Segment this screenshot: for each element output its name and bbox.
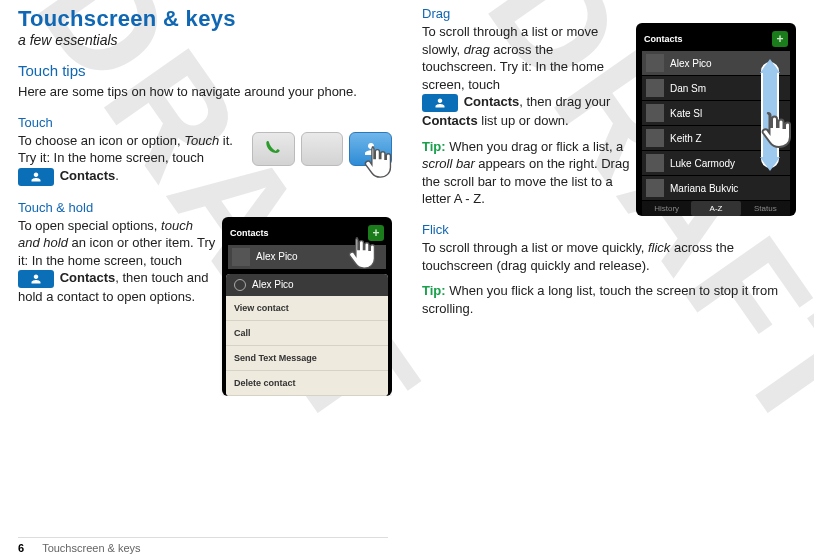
- text-bold: Contacts: [464, 94, 520, 109]
- popup-item[interactable]: View contact: [226, 296, 388, 321]
- popup-item[interactable]: Delete contact: [226, 371, 388, 396]
- avatar: [646, 129, 664, 147]
- heading-touch: Touch: [18, 115, 392, 130]
- text: To open special options,: [18, 218, 161, 233]
- contact-name: Mariana Bukvic: [670, 183, 738, 194]
- popup-title: Alex Pico: [252, 279, 294, 290]
- text-emph: drag: [464, 42, 490, 57]
- tab-history[interactable]: History: [642, 201, 691, 216]
- contacts-chip-icon: [18, 270, 54, 288]
- text-bold: Contacts: [60, 168, 116, 183]
- hand-pointer-graphic: [354, 140, 392, 188]
- text: list up or down.: [478, 113, 569, 128]
- tab-az[interactable]: A-Z: [691, 201, 740, 216]
- drag-gesture-graphic: [746, 59, 796, 193]
- footer-section-name: Touchscreen & keys: [42, 542, 140, 554]
- tip-label: Tip:: [422, 283, 446, 298]
- contact-name: Alex Pico: [256, 251, 298, 262]
- tip-label: Tip:: [422, 139, 446, 154]
- text-bold: Contacts: [422, 113, 478, 128]
- figure-drag: Contacts + Alex Pico Dan Sm Kate Sl Keit…: [636, 23, 796, 216]
- page-title: Touchscreen & keys: [18, 6, 392, 32]
- heading-flick: Flick: [422, 222, 796, 237]
- text: .: [115, 168, 119, 183]
- heading-touch-tips: Touch tips: [18, 62, 392, 79]
- figure-touch-hold: Contacts + Alex Pico Alex Pico View cont…: [222, 217, 392, 396]
- body-flick: To scroll through a list or move quickly…: [422, 239, 796, 274]
- popup-item[interactable]: Send Text Message: [226, 346, 388, 371]
- contacts-header: Contacts: [230, 228, 269, 238]
- contacts-header: Contacts: [644, 34, 683, 44]
- avatar: [646, 54, 664, 72]
- text: To choose an icon or option,: [18, 133, 184, 148]
- phone-icon: [265, 141, 281, 157]
- contacts-chip-icon: [422, 94, 458, 112]
- heading-drag: Drag: [422, 6, 796, 21]
- text: When you drag or flick a list, a: [446, 139, 624, 154]
- contact-name: Keith Z: [670, 133, 702, 144]
- add-contact-button[interactable]: +: [772, 31, 788, 47]
- text-bold: Contacts: [60, 270, 116, 285]
- text: , then drag your: [519, 94, 610, 109]
- launcher-phone-button[interactable]: [252, 132, 295, 166]
- contact-name: Dan Sm: [670, 83, 706, 94]
- text: When you flick a long list, touch the sc…: [422, 283, 778, 316]
- text: To scroll through a list or move quickly…: [422, 240, 648, 255]
- right-column: Drag Contacts + Alex Pico Dan Sm Kate Sl…: [422, 6, 796, 530]
- avatar: [232, 248, 250, 266]
- tip-flick: Tip: When you flick a long list, touch t…: [422, 282, 796, 317]
- heading-touch-hold: Touch & hold: [18, 200, 392, 215]
- contact-name: Kate Sl: [670, 108, 702, 119]
- avatar: [646, 104, 664, 122]
- popup-item[interactable]: Call: [226, 321, 388, 346]
- text-emph: Touch: [184, 133, 219, 148]
- hand-pointer-graphic: [338, 231, 382, 279]
- contact-name: Alex Pico: [670, 58, 712, 69]
- left-column: Touchscreen & keys a few essentials Touc…: [18, 6, 392, 530]
- text-emph: scroll bar: [422, 156, 475, 171]
- radio-icon: [234, 279, 246, 291]
- context-popup: Alex Pico View contact Call Send Text Me…: [226, 274, 388, 396]
- avatar: [646, 154, 664, 172]
- avatar: [646, 179, 664, 197]
- contacts-tabs: History A-Z Status: [642, 201, 790, 216]
- figure-touch: [252, 132, 392, 192]
- body-touch-tips: Here are some tips on how to navigate ar…: [18, 83, 392, 101]
- page-footer: 6 Touchscreen & keys: [18, 537, 388, 554]
- hand-icon: [338, 231, 382, 275]
- hand-icon: [354, 140, 392, 184]
- page-number: 6: [18, 542, 24, 554]
- contact-name: Luke Carmody: [670, 158, 735, 169]
- text-emph: flick: [648, 240, 670, 255]
- tab-status[interactable]: Status: [741, 201, 790, 216]
- launcher-mid-button[interactable]: [301, 132, 344, 166]
- contacts-chip-icon: [18, 168, 54, 186]
- page-subtitle: a few essentials: [18, 32, 392, 48]
- avatar: [646, 79, 664, 97]
